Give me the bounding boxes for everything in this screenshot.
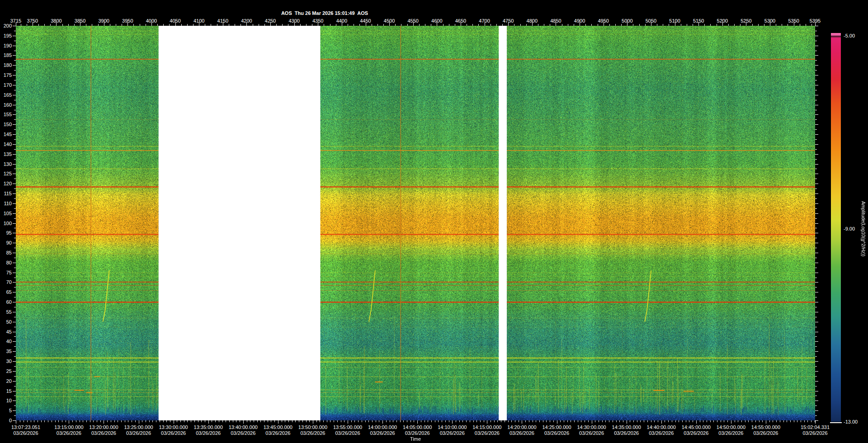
frequency-axis-label: 85 bbox=[0, 250, 12, 255]
frequency-axis-label: 115 bbox=[0, 191, 12, 196]
record-axis-label: 4400 bbox=[328, 18, 355, 24]
colorbar-tick-label: -5.00 bbox=[844, 33, 867, 38]
record-axis-label: 4350 bbox=[304, 18, 331, 24]
frequency-axis-label: 10 bbox=[0, 398, 12, 403]
record-axis-label: 4800 bbox=[519, 18, 546, 24]
date-label: 03/26/2026 bbox=[741, 430, 791, 436]
frequency-axis-label: 155 bbox=[0, 112, 12, 117]
record-axis-label: 5000 bbox=[613, 18, 641, 24]
frequency-axis-label: 145 bbox=[0, 132, 12, 137]
frequency-axis-label: 45 bbox=[0, 329, 12, 335]
frequency-axis-label: 125 bbox=[0, 171, 12, 176]
record-axis-label: 4900 bbox=[566, 18, 593, 24]
record-axis-label: 4650 bbox=[447, 18, 474, 24]
frequency-axis-label: 50 bbox=[0, 319, 12, 325]
frequency-axis-label: 200 bbox=[0, 23, 12, 28]
record-axis-label: 4550 bbox=[400, 18, 427, 24]
frequency-axis-label: 35 bbox=[0, 349, 12, 354]
frequency-axis-label: 140 bbox=[0, 141, 12, 147]
time-label-group: 15:02:04.33103/26/2026 bbox=[790, 424, 840, 436]
frequency-axis-label: 175 bbox=[0, 72, 12, 78]
frequency-axis-label: 120 bbox=[0, 181, 12, 186]
frequency-axis-label: 15 bbox=[0, 388, 12, 394]
frequency-axis-label: 0 bbox=[0, 418, 12, 423]
record-axis-label: 3850 bbox=[66, 18, 94, 24]
frequency-axis-label: 25 bbox=[0, 368, 12, 374]
frequency-axis-label: 55 bbox=[0, 309, 12, 315]
record-axis-label: 4200 bbox=[233, 18, 260, 24]
time-label: 13:07:23.051 bbox=[1, 424, 51, 430]
date-label: 03/26/2026 bbox=[790, 430, 840, 436]
record-axis-label: 3900 bbox=[90, 18, 118, 24]
record-axis-label: 4750 bbox=[495, 18, 522, 24]
time-axis-title: Time bbox=[393, 436, 438, 442]
frequency-axis-label: 135 bbox=[0, 151, 12, 157]
frequency-axis-label: 165 bbox=[0, 92, 12, 98]
record-axis-label: 5050 bbox=[637, 18, 665, 24]
record-axis-label: 4850 bbox=[542, 18, 569, 24]
record-axis-label: 5150 bbox=[685, 18, 712, 24]
record-axis-label: 4450 bbox=[352, 18, 379, 24]
record-axis-label: 4150 bbox=[209, 18, 236, 24]
record-axis-label: 4050 bbox=[162, 18, 189, 24]
frequency-axis-label: 110 bbox=[0, 201, 12, 206]
record-axis-label: 4000 bbox=[138, 18, 165, 24]
frequency-axis-label: 190 bbox=[0, 43, 12, 48]
time-label-group: 13:07:23.05103/26/2026 bbox=[1, 424, 51, 436]
record-axis-label: 4950 bbox=[590, 18, 617, 24]
frequency-axis-label: 195 bbox=[0, 33, 12, 38]
frequency-axis-label: 80 bbox=[0, 260, 12, 265]
record-axis-label: 5100 bbox=[661, 18, 689, 24]
time-label: 15:02:04.331 bbox=[790, 424, 840, 430]
record-axis-label: 3800 bbox=[42, 18, 70, 24]
frequency-axis-label: 40 bbox=[0, 339, 12, 344]
time-label-group: 14:55:00.00003/26/2026 bbox=[741, 424, 791, 436]
header-title: AOS Thu 26 Mar 2026 15:01:49 AOS bbox=[0, 11, 649, 16]
frequency-axis-label: 185 bbox=[0, 52, 12, 58]
record-axis-label: 3750 bbox=[19, 18, 46, 24]
record-axis-label: 5250 bbox=[732, 18, 760, 24]
record-axis-label: 4250 bbox=[257, 18, 284, 24]
record-axis-label: 4100 bbox=[185, 18, 212, 24]
record-axis-label: 4500 bbox=[376, 18, 403, 24]
record-axis-label: 5395 bbox=[802, 18, 829, 24]
frequency-axis-label: 5 bbox=[0, 408, 12, 413]
date-label: 03/26/2026 bbox=[1, 430, 51, 436]
frequency-axis-label: 180 bbox=[0, 62, 12, 68]
frequency-axis-label: 150 bbox=[0, 122, 12, 127]
frequency-axis-label: 30 bbox=[0, 358, 12, 364]
record-axis-label: 5300 bbox=[756, 18, 783, 24]
colorbar-title: Amplitude(Log10(g^2/Hz)) bbox=[861, 201, 866, 256]
record-axis-label: 4300 bbox=[281, 18, 308, 24]
frequency-axis-label: 20 bbox=[0, 378, 12, 384]
record-axis-label: 5200 bbox=[709, 18, 736, 24]
spectrogram-plot[interactable] bbox=[16, 26, 815, 420]
frequency-axis-label: 60 bbox=[0, 299, 12, 305]
frequency-axis-label: 160 bbox=[0, 102, 12, 108]
frequency-axis-label: 170 bbox=[0, 82, 12, 88]
frequency-axis-label: 105 bbox=[0, 211, 12, 216]
record-axis-label: 4600 bbox=[423, 18, 450, 24]
colorbar-tick-label: -13.00 bbox=[844, 419, 867, 424]
frequency-axis-label: 95 bbox=[0, 230, 12, 236]
frequency-axis-label: 100 bbox=[0, 221, 12, 226]
frequency-axis-label: 130 bbox=[0, 161, 12, 167]
frequency-axis-label: 90 bbox=[0, 240, 12, 245]
frequency-axis-label: 65 bbox=[0, 289, 12, 295]
frequency-axis-label: 75 bbox=[0, 270, 12, 275]
colorbar bbox=[831, 33, 841, 422]
record-axis-label: 3950 bbox=[114, 18, 141, 24]
frequency-axis-label: 70 bbox=[0, 279, 12, 285]
record-axis-label: 4700 bbox=[471, 18, 498, 24]
time-label: 14:55:00.000 bbox=[741, 424, 791, 430]
